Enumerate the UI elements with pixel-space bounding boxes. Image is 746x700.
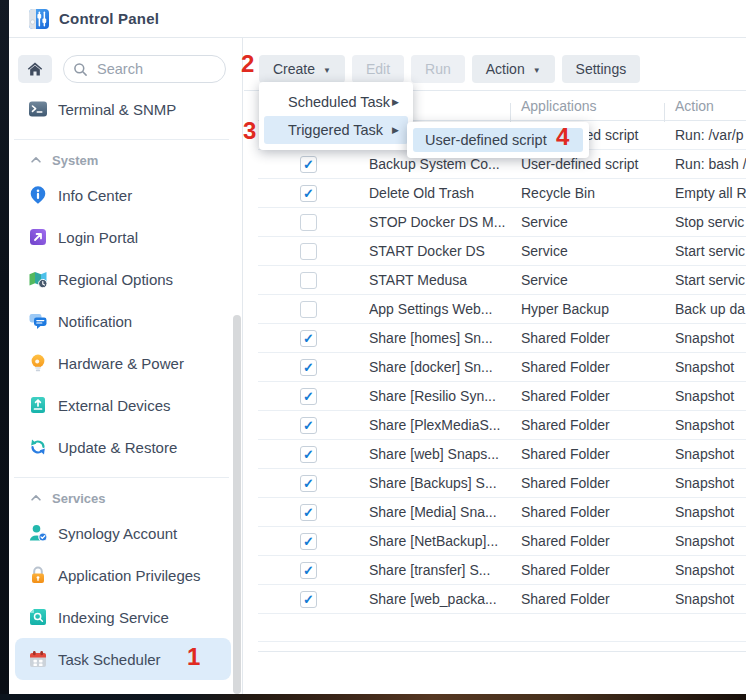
- checkbox-cell: ✓: [258, 562, 369, 579]
- sidebar-item-indexing-service[interactable]: Indexing Service: [15, 596, 231, 638]
- sidebar-section-services[interactable]: Services: [9, 484, 241, 512]
- application-cell: Shared Folder: [521, 359, 675, 375]
- table-row[interactable]: ✓Share [web_packa...Shared FolderSnapsho…: [258, 585, 746, 614]
- task-table: ✓User-defined scriptRun: /var/p✓Backup S…: [258, 121, 746, 614]
- table-row[interactable]: ✓App Settings Web...Hyper BackupBack up …: [258, 295, 746, 324]
- sidebar-scrollbar-thumb[interactable]: [233, 315, 241, 694]
- create-dropdown-menu: Scheduled Task▶Triggered Task▶: [259, 82, 413, 150]
- annotation-step-3: 3: [243, 119, 256, 143]
- table-row[interactable]: ✓Delete Old TrashRecycle BinEmpty all R: [258, 179, 746, 208]
- sidebar-item-info-center[interactable]: Info Center: [15, 174, 231, 216]
- checkbox-cell: ✓: [258, 388, 369, 405]
- checkbox-cell: ✓: [258, 185, 369, 202]
- row-checkbox[interactable]: ✓: [300, 272, 317, 289]
- edit-button[interactable]: Edit: [352, 55, 404, 83]
- sidebar-item-update-restore[interactable]: Update & Restore: [15, 426, 231, 468]
- checkbox-cell: ✓: [258, 359, 369, 376]
- sidebar-item-synology-account[interactable]: Synology Account: [15, 512, 231, 554]
- row-checkbox[interactable]: ✓: [300, 504, 317, 521]
- annotation-step-1: 1: [187, 645, 200, 669]
- menu-item-triggered-task[interactable]: Triggered Task▶: [264, 116, 408, 144]
- search-input[interactable]: [95, 60, 211, 78]
- sidebar-item-application-privileges[interactable]: Application Privileges: [15, 554, 231, 596]
- chevron-up-icon: [29, 153, 43, 167]
- row-checkbox[interactable]: ✓: [300, 330, 317, 347]
- sidebar-item-external-devices[interactable]: External Devices: [15, 384, 231, 426]
- row-checkbox[interactable]: ✓: [300, 359, 317, 376]
- task-name-cell: Share [homes] Sn...: [369, 330, 521, 346]
- application-cell: Service: [521, 272, 675, 288]
- login-portal-icon: [28, 227, 48, 247]
- checkbox-cell: ✓: [258, 504, 369, 521]
- table-row[interactable]: ✓START MedusaServiceStart servic: [258, 266, 746, 295]
- row-checkbox[interactable]: ✓: [300, 185, 317, 202]
- action-cell: Run: /var/p: [675, 127, 746, 143]
- action-cell: Run: bash /: [675, 156, 746, 172]
- table-row[interactable]: ✓STOP Docker DS M...ServiceStop servic: [258, 208, 746, 237]
- sidebar-item-login-portal[interactable]: Login Portal: [15, 216, 231, 258]
- sidebar-item-label: Application Privileges: [58, 567, 201, 584]
- application-cell: Shared Folder: [521, 504, 675, 520]
- table-row[interactable]: ✓Share [NetBackup]...Shared FolderSnapsh…: [258, 527, 746, 556]
- sidebar-item-label: Login Portal: [58, 229, 138, 246]
- info-center-icon: [28, 185, 48, 205]
- annotation-step-4: 4: [556, 125, 569, 149]
- table-row[interactable]: ✓Share [Media] Sna...Shared FolderSnapsh…: [258, 498, 746, 527]
- sidebar-item-hardware-power[interactable]: Hardware & Power: [15, 342, 231, 384]
- sidebar-item-terminal-snmp[interactable]: Terminal & SNMP: [15, 88, 231, 130]
- task-name-cell: Share [Backups] S...: [369, 475, 521, 491]
- sidebar-section-system[interactable]: System: [9, 146, 241, 174]
- row-checkbox[interactable]: ✓: [300, 156, 317, 173]
- row-checkbox[interactable]: ✓: [300, 475, 317, 492]
- sidebar-item-regional-options[interactable]: Regional Options: [15, 258, 231, 300]
- home-button[interactable]: [18, 55, 52, 83]
- row-checkbox[interactable]: ✓: [300, 562, 317, 579]
- synology-account-icon: [28, 523, 48, 543]
- row-checkbox[interactable]: ✓: [300, 388, 317, 405]
- action-cell: Stop servic: [675, 214, 746, 230]
- home-icon: [26, 60, 44, 78]
- run-button[interactable]: Run: [411, 55, 465, 83]
- task-scheduler-icon: [28, 649, 48, 669]
- task-name-cell: STOP Docker DS M...: [369, 214, 521, 230]
- task-name-cell: Share [PlexMediaS...: [369, 417, 521, 433]
- create-button[interactable]: Create▼: [259, 55, 345, 83]
- table-row[interactable]: ✓Share [homes] Sn...Shared FolderSnapsho…: [258, 324, 746, 353]
- application-privileges-icon: [28, 565, 48, 585]
- table-row[interactable]: ✓Share [transfer] S...Shared FolderSnaps…: [258, 556, 746, 585]
- control-panel-window: Control Panel: [0, 0, 746, 700]
- window-title: Control Panel: [59, 10, 159, 27]
- table-row[interactable]: ✓Share [docker] Sn...Shared FolderSnapsh…: [258, 353, 746, 382]
- table-row[interactable]: ✓Share [PlexMediaS...Shared FolderSnapsh…: [258, 411, 746, 440]
- row-checkbox[interactable]: ✓: [300, 591, 317, 608]
- sidebar-item-label: Task Scheduler: [58, 651, 161, 668]
- search-box[interactable]: [63, 55, 226, 83]
- table-row[interactable]: ✓START Docker DSServiceStart servic: [258, 237, 746, 266]
- search-icon: [72, 61, 89, 78]
- action-button[interactable]: Action▼: [472, 55, 555, 83]
- task-name-cell: Share [NetBackup]...: [369, 533, 521, 549]
- row-checkbox[interactable]: ✓: [300, 417, 317, 434]
- table-row[interactable]: ✓Share [Resilio Syn...Shared FolderSnaps…: [258, 382, 746, 411]
- task-name-cell: Share [web] Snaps...: [369, 446, 521, 462]
- table-header-action[interactable]: Action: [664, 98, 746, 114]
- row-checkbox[interactable]: ✓: [300, 214, 317, 231]
- sidebar-item-notification[interactable]: Notification: [15, 300, 231, 342]
- table-row[interactable]: ✓Share [web] Snaps...Shared FolderSnapsh…: [258, 440, 746, 469]
- checkbox-cell: ✓: [258, 156, 369, 173]
- table-row[interactable]: ✓Share [Backups] S...Shared FolderSnapsh…: [258, 469, 746, 498]
- button-label: Settings: [576, 61, 627, 77]
- application-cell: Shared Folder: [521, 475, 675, 491]
- empty-row-separator: [258, 641, 746, 642]
- row-checkbox[interactable]: ✓: [300, 446, 317, 463]
- hardware-power-icon: [28, 353, 48, 373]
- table-header-applications[interactable]: Applications: [510, 98, 664, 114]
- row-checkbox[interactable]: ✓: [300, 301, 317, 318]
- row-checkbox[interactable]: ✓: [300, 533, 317, 550]
- row-checkbox[interactable]: ✓: [300, 243, 317, 260]
- settings-button[interactable]: Settings: [562, 55, 641, 83]
- menu-item-scheduled-task[interactable]: Scheduled Task▶: [264, 88, 408, 116]
- sidebar-item-label: Indexing Service: [58, 609, 169, 626]
- action-cell: Snapshot: [675, 475, 746, 491]
- sidebar-divider: [14, 477, 229, 478]
